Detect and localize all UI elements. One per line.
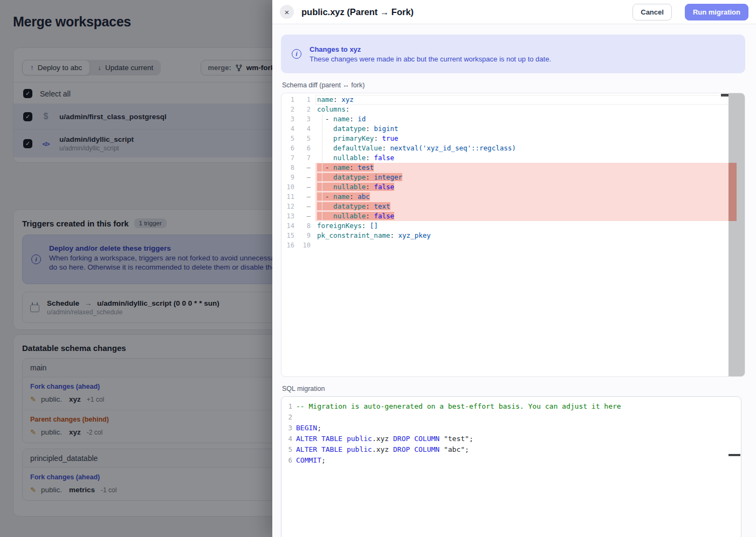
close-icon[interactable]: × <box>280 5 294 19</box>
diff-line-content: primaryKey: true <box>315 134 745 143</box>
code-token: : <box>366 212 374 220</box>
diff-line-content: defaultValue: nextval('xyz_id_seq'::regc… <box>315 143 745 153</box>
code-token: defaultValue <box>333 144 382 152</box>
code-token: COMMIT <box>296 456 321 464</box>
diff-line-content: nullable: false <box>315 211 745 221</box>
line-number: 2 <box>281 412 292 423</box>
code-token: : <box>349 192 358 201</box>
code-token: nullable <box>333 154 366 162</box>
code-token: "abc"; <box>439 445 469 453</box>
deleted-range-marker <box>728 163 737 221</box>
sql-line-content: -- Migration is auto-generated on a best… <box>292 401 741 412</box>
code-token: pk_constraint_name <box>317 231 390 239</box>
diff-line: 8— - name: test <box>281 163 745 173</box>
line-number-original: 7 <box>281 153 294 163</box>
modal-header: × public.xyz (Parent → Fork) Cancel Run … <box>272 0 756 24</box>
code-token: ; <box>321 456 326 464</box>
code-token: : <box>346 105 350 113</box>
sql-line: 2 <box>281 412 741 423</box>
code-token: : <box>382 144 390 152</box>
diff-line: 77 nullable: false <box>281 153 745 163</box>
sql-migration-editor[interactable]: 1-- Migration is auto-generated on a bes… <box>281 396 741 537</box>
diff-line-content: foreignKeys: [] <box>315 221 745 231</box>
code-token: primaryKey <box>333 134 374 142</box>
sql-line-content: COMMIT; <box>292 455 741 466</box>
run-migration-button[interactable]: Run migration <box>685 4 748 20</box>
code-token: integer <box>374 173 402 181</box>
code-token: BEGIN <box>296 424 317 432</box>
indent-guide <box>322 114 322 221</box>
line-number: 3 <box>281 423 292 433</box>
diff-line-text: foreignKeys: [] <box>317 222 378 230</box>
schema-diff-label: Schema diff (parent ↔ fork) <box>282 81 744 89</box>
diff-line-content: datatype: text <box>315 202 745 211</box>
code-token: datatype <box>333 173 366 181</box>
code-token: ALTER TABLE public <box>296 445 372 453</box>
cancel-button[interactable]: Cancel <box>633 4 672 20</box>
code-token: xyz_pkey <box>398 231 431 239</box>
code-token <box>317 202 333 210</box>
sql-line: 5ALTER TABLE public.xyz DROP COLUMN "abc… <box>281 444 741 455</box>
diff-line-text: datatype: bigint <box>317 125 398 133</box>
diff-line-text: name: xyz <box>317 95 354 104</box>
code-token: name <box>333 192 349 201</box>
diff-line: 1610 <box>281 240 745 250</box>
sql-line-content: BEGIN; <box>292 423 741 433</box>
diff-line-text: defaultValue: nextval('xyz_id_seq'::regc… <box>317 144 516 152</box>
line-number-original: 11 <box>281 192 294 202</box>
diff-line: 11— - name: abc <box>281 192 745 202</box>
line-number-modified: 6 <box>294 143 315 153</box>
diff-line: 10— nullable: false <box>281 182 745 192</box>
code-token: false <box>374 183 394 191</box>
code-token: bigint <box>374 125 398 133</box>
line-number: 6 <box>281 455 292 466</box>
code-token: name <box>333 115 349 123</box>
code-token: abc <box>358 192 370 201</box>
code-token: datatype <box>333 202 366 210</box>
info-icon: i <box>292 49 301 59</box>
diff-line: 66 defaultValue: nextval('xyz_id_seq'::r… <box>281 143 745 153</box>
schema-diff-editor[interactable]: 11name: xyz22columns:33 - name: id44 dat… <box>281 93 745 377</box>
line-number-original: 14 <box>281 221 294 231</box>
code-token: : <box>362 222 370 230</box>
sql-line: 3BEGIN; <box>281 423 741 433</box>
diff-line-text: nullable: false <box>317 183 394 191</box>
line-number-modified: 5 <box>294 134 315 143</box>
diff-line-content: - name: abc <box>315 192 745 202</box>
scrollbar-thumb[interactable] <box>721 94 728 97</box>
code-token: DROP COLUMN <box>393 435 439 443</box>
sql-migration-label: SQL migration <box>282 385 744 393</box>
diff-line: 33 - name: id <box>281 114 745 124</box>
code-token <box>317 154 333 162</box>
line-number-modified: 7 <box>294 153 315 163</box>
code-token: : <box>390 231 398 239</box>
scrollbar-thumb[interactable] <box>728 454 740 456</box>
line-number: 1 <box>281 401 292 412</box>
diff-line-text: primaryKey: true <box>317 134 398 142</box>
diff-line-content: nullable: false <box>315 153 745 163</box>
diff-line-text: - name: test <box>317 163 374 171</box>
migration-modal: × public.xyz (Parent → Fork) Cancel Run … <box>272 0 756 537</box>
line-number-modified: 2 <box>294 105 315 114</box>
diff-line-content: - name: test <box>315 163 745 173</box>
line-number-original: 5 <box>281 134 294 143</box>
diff-line-text: - name: abc <box>317 192 370 201</box>
diff-line: 55 primaryKey: true <box>281 134 745 143</box>
diff-line: 13— nullable: false <box>281 211 745 221</box>
diff-line-content: name: xyz <box>315 95 745 105</box>
line-number-original: 8 <box>281 163 294 173</box>
line-number-original: 9 <box>281 173 294 182</box>
code-token: .xyz <box>372 445 393 453</box>
line-number: 4 <box>281 433 292 444</box>
diff-overview-ruler[interactable] <box>728 93 745 376</box>
sql-line: 1-- Migration is auto-generated on a bes… <box>281 401 741 412</box>
diff-line-content: columns: <box>315 105 745 114</box>
modal-title: public.xyz (Parent → Fork) <box>301 7 625 17</box>
banner-body: These changes were made in abc but the c… <box>310 55 551 63</box>
diff-line-content: nullable: false <box>315 182 745 192</box>
diff-line-text: datatype: text <box>317 202 390 210</box>
line-number-original: 4 <box>281 124 294 134</box>
code-token <box>317 212 333 220</box>
diff-line-text: datatype: integer <box>317 173 402 181</box>
code-token: : <box>349 163 358 171</box>
